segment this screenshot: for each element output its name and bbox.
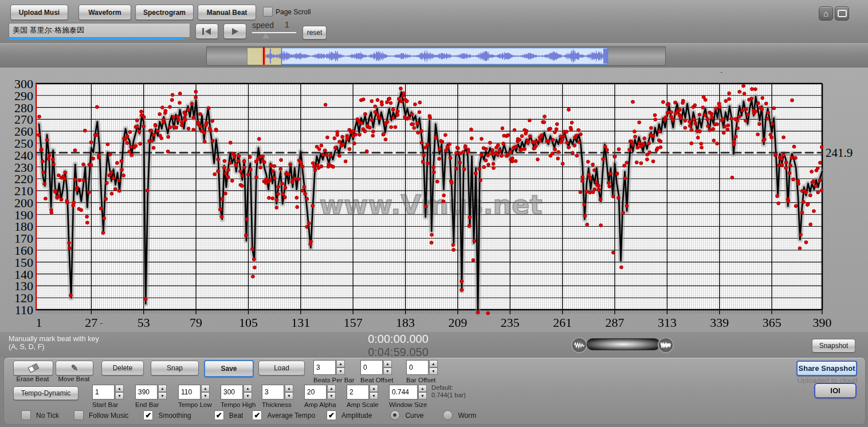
manual-beat-tab-button[interactable]: Manual Beat (198, 5, 256, 20)
controls-panel: Erase Beat ✎ Move Beat Delete Snap Save … (3, 357, 866, 425)
upload-music-button[interactable]: Upload Musi (10, 5, 68, 20)
curve-radio[interactable] (390, 410, 400, 420)
waveform-navigator[interactable] (206, 46, 666, 66)
fullscreen-button[interactable] (835, 6, 849, 21)
snap-button[interactable]: Snap (151, 361, 199, 375)
home-button[interactable]: ⌂ (819, 6, 833, 21)
beat-checkbox[interactable]: ✔ (214, 410, 224, 420)
thickness-down[interactable]: ▼ (285, 392, 293, 400)
wave-zoom-slider[interactable] (587, 338, 660, 350)
x-tick-339: 339 (710, 317, 729, 329)
thickness-up[interactable]: ▲ (285, 385, 293, 392)
fullscreen-icon (838, 10, 847, 17)
zoom-in-wave-button[interactable] (658, 337, 674, 353)
erase-beat-label: Erase Beat (13, 375, 52, 382)
amp-scale-spinner[interactable]: 2 ▲▼ (347, 385, 378, 400)
speed-slider-thumb[interactable] (262, 33, 269, 38)
tempo-low-down[interactable]: ▼ (201, 392, 210, 400)
window-size-up[interactable]: ▲ (418, 385, 427, 392)
thickness-value[interactable]: 3 (262, 385, 284, 400)
share-snapshot-button[interactable]: Share Snapshot (796, 361, 857, 376)
eraser-icon (28, 363, 39, 373)
page-scroll-label: Page Scroll (276, 8, 311, 16)
save-button[interactable]: Save (204, 360, 254, 377)
tempo-chart-canvas[interactable] (36, 72, 823, 324)
worm-radio[interactable] (443, 410, 453, 420)
delete-button[interactable]: Delete (101, 361, 144, 375)
end-bar-down[interactable]: ▼ (158, 392, 167, 400)
follow-music-checkbox[interactable] (74, 410, 84, 420)
spectrogram-tab-button[interactable]: Spectrogram (135, 5, 194, 20)
amp-scale-label: Amp Scale (347, 401, 379, 408)
beat-offset-value[interactable]: 0 (360, 360, 383, 375)
amp-alpha-down[interactable]: ▼ (327, 392, 336, 400)
page-scroll-checkbox[interactable] (263, 7, 273, 17)
tempo-high-up[interactable]: ▲ (243, 385, 252, 392)
amp-alpha-value[interactable]: 20 (304, 385, 327, 400)
play-button[interactable] (223, 23, 246, 39)
tempo-high-spinner[interactable]: 300 ▲▼ (221, 385, 252, 400)
no-tick-checkbox[interactable] (21, 410, 31, 420)
bar-offset-value[interactable]: 0 (406, 360, 429, 375)
erase-beat-button[interactable] (13, 361, 53, 375)
beats-per-bar-label: Beats Per Bar (313, 377, 355, 383)
status-row: Manually mark beat with key (A, S, D, F)… (0, 332, 868, 357)
waveform-tab-button[interactable]: Waveform (78, 5, 131, 20)
waveform-playhead[interactable] (263, 47, 265, 65)
waveform-thumbnail[interactable] (265, 48, 609, 65)
window-size-spinner[interactable]: 0.744 ▲▼ (389, 385, 427, 400)
reset-speed-button[interactable]: reset (303, 26, 327, 39)
tempo-high-down[interactable]: ▼ (243, 392, 252, 400)
amp-scale-down[interactable]: ▼ (370, 392, 378, 400)
tempo-low-value[interactable]: 110 (178, 385, 201, 400)
speed-slider-track[interactable] (252, 32, 296, 33)
x-tick-131: 131 (291, 317, 310, 329)
speed-label: speed (252, 21, 274, 30)
amp-alpha-up[interactable]: ▲ (327, 385, 336, 392)
beat-offset-label: Beat Offset (360, 377, 393, 383)
amplitude-checkbox[interactable]: ✔ (327, 410, 336, 420)
bar-offset-up[interactable]: ▲ (429, 360, 438, 367)
beats-per-bar-value[interactable]: 3 (313, 360, 336, 375)
beats-per-bar-up[interactable]: ▲ (336, 360, 345, 367)
x-tick-79: 79 (190, 317, 202, 329)
ioi-button[interactable]: IOI (814, 383, 857, 398)
average-tempo-checkbox[interactable]: ✔ (252, 410, 262, 420)
start-bar-up[interactable]: ▲ (115, 385, 124, 392)
tempo-low-spinner[interactable]: 110 ▲▼ (178, 385, 210, 400)
move-beat-button[interactable]: ✎ (56, 361, 93, 375)
tempo-dynamic-button[interactable]: Tempo-Dynamic (13, 386, 78, 400)
beat-offset-spinner[interactable]: 0 ▲▼ (360, 360, 392, 375)
end-bar-spinner[interactable]: 390 ▲▼ (135, 385, 167, 400)
y-tick-110: 110 (0, 304, 33, 317)
end-bar-up[interactable]: ▲ (158, 385, 167, 392)
bar-offset-spinner[interactable]: 0 ▲▼ (406, 360, 438, 375)
window-size-value[interactable]: 0.744 (389, 385, 418, 400)
start-bar-down[interactable]: ▼ (115, 392, 124, 400)
start-bar-value[interactable]: 1 (92, 385, 115, 400)
smoothing-checkbox[interactable]: ✔ (143, 410, 153, 420)
end-bar-value[interactable]: 390 (135, 385, 158, 400)
amp-scale-value[interactable]: 2 (347, 385, 369, 400)
filename-input[interactable] (9, 23, 190, 38)
beat-offset-down[interactable]: ▼ (383, 367, 392, 375)
bar-offset-down[interactable]: ▼ (429, 367, 438, 375)
loose-wave-icon (574, 342, 584, 349)
skip-to-start-button[interactable] (195, 23, 218, 39)
beat-offset-up[interactable]: ▲ (383, 360, 392, 367)
start-bar-spinner[interactable]: 1 ▲▼ (92, 385, 124, 400)
beat-label: Beat (229, 412, 243, 420)
snapshot-button[interactable]: Snapshot (812, 339, 855, 353)
window-default-note-line2: 0.744(1 bar) (431, 392, 466, 399)
amp-alpha-spinner[interactable]: 20 ▲▼ (304, 385, 336, 400)
thickness-spinner[interactable]: 3 ▲▼ (262, 385, 293, 400)
zoom-out-wave-button[interactable] (571, 337, 587, 353)
tempo-high-value[interactable]: 300 (221, 385, 243, 400)
amp-scale-up[interactable]: ▲ (370, 385, 378, 392)
x-tick-390: 390 (813, 317, 832, 329)
window-size-down[interactable]: ▼ (418, 392, 427, 400)
beats-per-bar-down[interactable]: ▼ (336, 367, 345, 375)
tempo-low-up[interactable]: ▲ (201, 385, 210, 392)
load-button[interactable]: Load (258, 361, 305, 375)
beats-per-bar-spinner[interactable]: 3 ▲▼ (313, 360, 345, 375)
